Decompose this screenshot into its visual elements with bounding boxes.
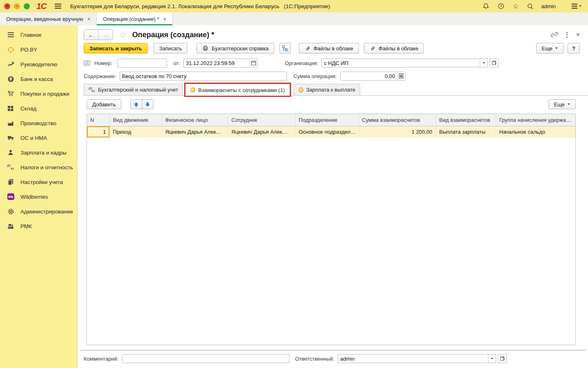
organization-label: Организация:	[285, 60, 318, 66]
chevron-down-icon	[555, 47, 558, 49]
responsible-open-button[interactable]	[498, 354, 507, 363]
date-input[interactable]	[184, 59, 249, 67]
column-header-n: N	[87, 114, 109, 126]
open-in-form-icon	[500, 357, 504, 361]
calendar-icon[interactable]	[249, 59, 257, 67]
responsible-label: Ответственный:	[295, 356, 334, 362]
structure-button[interactable]	[279, 43, 291, 54]
cell-row-number[interactable]: 1	[87, 126, 109, 137]
content-input[interactable]	[120, 72, 287, 81]
operation-sum-label: Сумма операции:	[294, 73, 337, 79]
date-field	[183, 58, 258, 67]
back-button[interactable]: ←	[84, 30, 98, 40]
more-button[interactable]: Еще	[536, 43, 564, 54]
sidebar-item-po-by[interactable]: PO.BY	[0, 42, 77, 57]
history-nav-group: ← →	[84, 29, 113, 40]
move-down-button[interactable]	[142, 99, 154, 109]
sidebar-item-administration[interactable]: Администрирование	[0, 204, 77, 219]
tab-salary-payable[interactable]: Зарплата к выплате	[294, 84, 361, 95]
sidebar-item-wildberries[interactable]: WB Wildberries	[0, 189, 77, 204]
sidebar-item-rmk[interactable]: РМК	[0, 219, 77, 233]
tab-employee-settlements[interactable]: Взаиморасчеты с сотрудниками (1)	[185, 84, 290, 96]
files-cloud-button[interactable]: Файлы в облаке	[299, 43, 359, 54]
sidebar-item-manager[interactable]: Руководителю	[0, 57, 77, 72]
cell-settlement-type[interactable]: Выплата зарплаты	[436, 126, 496, 137]
sidebar-item-bank-cash[interactable]: ₽ Банк и касса	[0, 72, 77, 86]
sidebar-item-purchases-sales[interactable]: Покупки и продажи	[0, 86, 77, 101]
coin-icon	[298, 88, 303, 92]
form-close-icon[interactable]: ×	[576, 31, 580, 38]
operation-sum-input[interactable]	[341, 72, 397, 80]
column-header-movement: Вид движения	[109, 114, 162, 126]
calculator-icon[interactable]	[397, 72, 405, 80]
organization-open-button[interactable]	[490, 58, 499, 67]
help-button[interactable]: ?	[568, 43, 580, 54]
window-minimize-icon[interactable]	[14, 3, 20, 9]
search-icon[interactable]	[527, 3, 534, 10]
files-cloud-button-2[interactable]: Файлы в облаке	[364, 43, 424, 54]
truck-icon	[7, 135, 14, 141]
tab-manual-operations[interactable]: Операции, введенные вручную ×	[0, 12, 97, 25]
comment-label: Комментарий:	[84, 356, 119, 362]
accounting-note-button[interactable]: Бухгалтерская справка	[196, 43, 274, 54]
sidebar-item-salary-hr[interactable]: Зарплата и кадры	[0, 145, 77, 160]
forward-button[interactable]: →	[98, 30, 113, 40]
add-row-button[interactable]: Добавить	[87, 99, 121, 109]
notifications-bell-icon[interactable]	[482, 2, 490, 10]
organization-input[interactable]	[322, 59, 480, 67]
favorite-star-icon[interactable]: ☆	[119, 31, 127, 39]
sidebar-item-main[interactable]: Главное	[0, 27, 77, 42]
sidebar-item-fixed-assets[interactable]: ОС и НМА	[0, 130, 77, 145]
responsible-input[interactable]	[338, 355, 488, 363]
sidebar-item-warehouse[interactable]: Склад	[0, 101, 77, 116]
sidebar-item-production[interactable]: Производство	[0, 116, 77, 130]
tab-operation-create[interactable]: Операция (создание) * ×	[97, 12, 173, 25]
window-maximize-icon[interactable]	[24, 3, 30, 9]
responsible-field	[338, 354, 496, 363]
menu-lines-icon	[7, 31, 14, 38]
window-close-icon[interactable]	[4, 3, 10, 9]
cell-accrual-group[interactable]: Начальное сальдо	[496, 126, 575, 137]
po-by-burst-icon	[7, 46, 14, 53]
table-row: 1 Приход Яцкевич Дарья Алек… Яцкевич Дар…	[87, 126, 575, 137]
operation-sum-field	[340, 72, 405, 81]
save-button[interactable]: Записать	[154, 43, 188, 54]
cell-settlement-sum[interactable]: 1 200,00	[359, 126, 436, 137]
workspace-tabbar: Операции, введенные вручную × Операция (…	[0, 12, 588, 25]
sidebar-item-accounting-settings[interactable]: Настройки учета	[0, 175, 77, 189]
dtkt-icon: ДтКт	[89, 87, 95, 93]
main-menu-icon[interactable]	[55, 4, 61, 9]
number-input[interactable]	[117, 58, 167, 67]
coin-icon	[190, 88, 195, 92]
document-form: ← → ☆ Операция (создание) * × Записать и…	[78, 25, 588, 368]
gear-icon	[7, 208, 14, 215]
user-name[interactable]: admin	[541, 3, 556, 9]
cell-department[interactable]: Основное подраздел…	[295, 126, 359, 137]
content-label: Содержание:	[84, 73, 116, 79]
sidebar: Главное PO.BY Руководителю ₽ Банк и касс…	[0, 25, 78, 368]
get-link-icon[interactable]	[551, 31, 558, 38]
grid-more-button[interactable]: Еще	[548, 99, 576, 109]
save-close-button[interactable]: Записать и закрыть	[84, 43, 148, 54]
section-tabs: ДтКт Бухгалтерский и налоговый учет Взаи…	[84, 84, 588, 96]
tab-close-icon[interactable]: ×	[163, 16, 167, 22]
comment-input[interactable]	[122, 354, 290, 363]
favorites-star-icon[interactable]: ☆	[512, 3, 519, 10]
more-menu-kebab-icon[interactable]	[566, 31, 568, 38]
settings-menu-icon[interactable]	[564, 4, 581, 8]
sidebar-item-taxes-reports[interactable]: ДтКт Налоги и отчетность	[0, 160, 77, 175]
warehouse-grid-icon	[7, 105, 14, 112]
tab-close-icon[interactable]: ×	[87, 16, 91, 22]
history-icon[interactable]	[497, 2, 505, 10]
cell-employee[interactable]: Яцкевич Дарья Алек…	[228, 126, 295, 137]
move-up-button[interactable]	[130, 99, 142, 109]
settlements-grid: N Вид движения Физическое лицо Сотрудник…	[87, 114, 576, 345]
cell-person[interactable]: Яцкевич Дарья Алек…	[162, 126, 228, 137]
column-header-accrual-group: Группа начисления удержа…	[496, 114, 575, 126]
responsible-dropdown-icon[interactable]	[488, 355, 496, 363]
organization-dropdown-icon[interactable]	[480, 59, 488, 67]
move-row-buttons	[130, 99, 154, 109]
operation-note-icon	[84, 60, 90, 66]
tab-accounting-tax[interactable]: ДтКт Бухгалтерский и налоговый учет	[84, 84, 183, 95]
cell-movement[interactable]: Приход	[109, 126, 162, 137]
